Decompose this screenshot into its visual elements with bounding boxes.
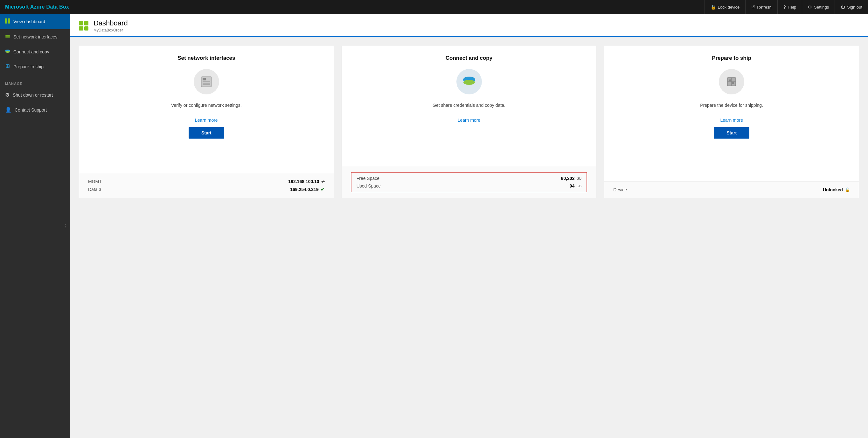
sidebar-item-contact-support[interactable]: 👤 Contact Support: [0, 102, 70, 117]
copy-learn-more-link[interactable]: Learn more: [458, 117, 480, 123]
network-card: Set network interfaces Verify or configu…: [79, 46, 334, 198]
refresh-label: Refresh: [757, 5, 772, 9]
ship-start-button[interactable]: Start: [714, 127, 749, 139]
dashboard-header-icon: [79, 21, 88, 31]
lock-device-label: Lock device: [718, 5, 740, 9]
lock-icon: 🔒: [711, 4, 716, 9]
copy-icon: [5, 49, 10, 55]
used-space-value: 94 GB: [570, 183, 582, 189]
power-icon: ⏻: [841, 4, 845, 9]
unlock-icon: 🔓: [845, 188, 850, 192]
free-space-label: Free Space: [356, 176, 379, 181]
used-space-unit: GB: [576, 184, 582, 188]
network-icon: [5, 34, 10, 40]
sidebar-item-shut-down-restart[interactable]: ⚙ Shut down or restart: [0, 88, 70, 102]
svg-rect-0: [5, 19, 7, 21]
network-card-bottom: MGMT 192.168.100.10 ⇌ Data 3 169.254.0.2…: [79, 173, 334, 198]
used-space-label: Used Space: [356, 183, 381, 189]
sidebar-ship-label: Prepare to ship: [13, 64, 43, 69]
copy-card-icon: [457, 69, 482, 94]
settings-button[interactable]: ⚙ Settings: [802, 0, 835, 14]
network-data3-row: Data 3 169.254.0.219 ✔: [88, 187, 325, 192]
copy-card-title: Connect and copy: [445, 55, 492, 61]
cards-area: Set network interfaces Verify or configu…: [70, 37, 868, 438]
ship-icon: [5, 64, 10, 70]
ship-card-description: Prepare the device for shipping.: [700, 102, 763, 109]
ship-learn-more-link[interactable]: Learn more: [720, 117, 743, 123]
ship-card-bottom: Device Unlocked 🔓: [604, 181, 859, 198]
svg-rect-16: [203, 82, 210, 83]
support-icon: 👤: [5, 107, 11, 113]
help-icon: ?: [783, 4, 786, 9]
sidebar-item-connect-and-copy[interactable]: Connect and copy: [0, 44, 70, 59]
mgmt-value: 192.168.100.10 ⇌: [288, 179, 324, 184]
svg-rect-24: [732, 82, 734, 84]
network-learn-more-link[interactable]: Learn more: [195, 117, 218, 123]
mgmt-label: MGMT: [88, 179, 102, 184]
free-space-unit: GB: [576, 176, 582, 180]
used-space-row: Used Space 94 GB: [356, 183, 582, 189]
sign-out-label: Sign out: [847, 5, 862, 9]
free-space-value: 80,202 GB: [561, 176, 582, 181]
svg-rect-3: [8, 21, 10, 24]
network-card-top: Set network interfaces Verify or configu…: [79, 46, 334, 173]
ship-card-title: Prepare to ship: [712, 55, 751, 61]
svg-rect-1: [8, 19, 10, 21]
copy-card-top: Connect and copy Get share credentials a…: [342, 46, 596, 166]
svg-rect-14: [203, 78, 206, 80]
refresh-button[interactable]: ↺ Refresh: [745, 0, 777, 14]
sidebar: View dashboard Set network interfaces: [0, 14, 70, 438]
ship-card-icon: [719, 69, 744, 94]
svg-point-19: [463, 80, 475, 85]
svg-rect-17: [203, 84, 210, 85]
page-header: Dashboard MyDataBoxOrder: [70, 14, 868, 37]
copy-space-info: Free Space 80,202 GB Used Space 94 GB: [351, 172, 587, 192]
content-area: Dashboard MyDataBoxOrder Set network int…: [70, 14, 868, 438]
svg-rect-2: [5, 21, 7, 24]
sign-out-button[interactable]: ⏻ Sign out: [835, 0, 868, 14]
sidebar-view-dashboard-label: View dashboard: [13, 19, 45, 24]
sidebar-item-set-network-interfaces[interactable]: Set network interfaces: [0, 29, 70, 44]
network-mgmt-row: MGMT 192.168.100.10 ⇌: [88, 179, 325, 184]
network-card-description: Verify or configure network settings.: [171, 102, 242, 109]
data3-label: Data 3: [88, 187, 101, 192]
copy-card: Connect and copy Get share credentials a…: [342, 46, 597, 198]
lock-device-button[interactable]: 🔒 Lock device: [705, 0, 746, 14]
sidebar-item-prepare-to-ship[interactable]: Prepare to ship: [0, 59, 70, 74]
data3-value: 169.254.0.219 ✔: [290, 187, 325, 192]
network-card-title: Set network interfaces: [178, 55, 235, 61]
sidebar-shutdown-label: Shut down or restart: [13, 93, 53, 98]
data3-status-icon: ✔: [320, 187, 325, 192]
page-header-text: Dashboard MyDataBoxOrder: [94, 19, 128, 32]
network-card-icon: [194, 69, 219, 94]
restart-icon: ⚙: [5, 92, 9, 98]
topbar: Microsoft Azure Data Box 🔒 Lock device ↺…: [0, 0, 868, 14]
device-label: Device: [613, 187, 627, 192]
dashboard-icon: [5, 19, 10, 25]
network-start-button[interactable]: Start: [189, 127, 224, 139]
ship-card: Prepare to ship Prepare the device for s…: [604, 46, 859, 198]
settings-label: Settings: [814, 5, 829, 9]
svg-rect-4: [5, 35, 10, 36]
refresh-icon: ↺: [751, 4, 755, 9]
device-status-value: Unlocked 🔓: [823, 187, 850, 192]
topbar-actions: 🔒 Lock device ↺ Refresh ? Help ⚙ Setting…: [705, 0, 868, 14]
svg-rect-6: [5, 37, 10, 37]
copy-card-bottom: Free Space 80,202 GB Used Space 94 GB: [342, 166, 596, 198]
brand-title: Microsoft Azure Data Box: [5, 4, 69, 10]
svg-rect-15: [203, 81, 210, 82]
free-space-row: Free Space 80,202 GB: [356, 176, 582, 181]
sidebar-support-label: Contact Support: [14, 107, 47, 112]
page-subtitle: MyDataBoxOrder: [94, 28, 128, 32]
page-title: Dashboard: [94, 19, 128, 27]
help-button[interactable]: ? Help: [777, 0, 802, 14]
sidebar-copy-label: Connect and copy: [13, 49, 49, 54]
sidebar-resize-handle[interactable]: ⋮: [63, 223, 68, 229]
sidebar-manage-label: MANAGE: [0, 77, 70, 88]
svg-rect-5: [5, 36, 10, 37]
sidebar-item-view-dashboard[interactable]: View dashboard: [0, 14, 70, 29]
help-label: Help: [788, 5, 797, 9]
gear-icon: ⚙: [808, 4, 812, 9]
svg-rect-23: [729, 79, 731, 81]
copy-card-description: Get share credentials and copy data.: [433, 102, 505, 109]
